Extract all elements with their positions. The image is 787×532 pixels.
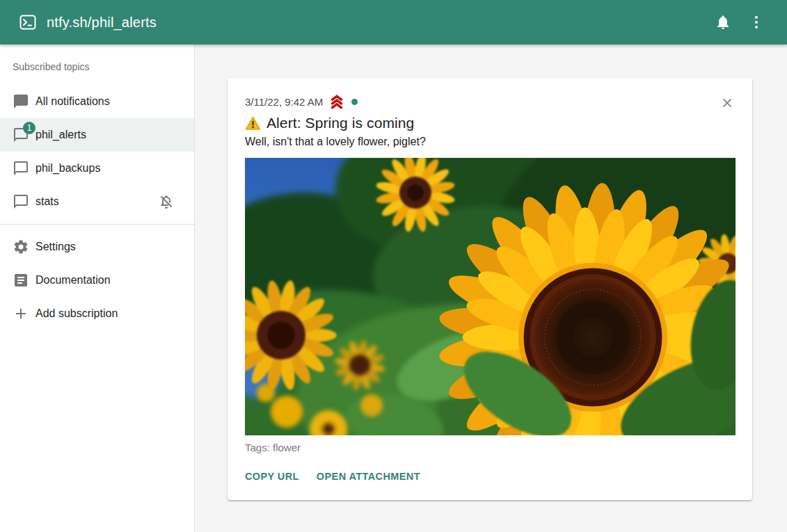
- notifications-button[interactable]: [706, 6, 740, 39]
- sidebar-item-label: stats: [35, 195, 158, 208]
- timestamp: 3/11/22, 9:42 AM: [245, 96, 323, 108]
- notification-actions: COPY URL OPEN ATTACHMENT: [245, 471, 735, 482]
- subscribed-topics-label: Subscribed topics: [0, 45, 194, 85]
- open-attachment-button[interactable]: OPEN ATTACHMENT: [317, 471, 420, 482]
- notification-title-text: Alert: Spring is coming: [267, 115, 414, 131]
- gear-icon: [13, 239, 29, 255]
- sidebar-item-phil-backups[interactable]: phil_backups: [0, 152, 194, 185]
- warning-triangle-icon: [245, 116, 261, 131]
- attachment-image[interactable]: [245, 158, 736, 435]
- kebab-menu-icon: [748, 14, 765, 31]
- terminal-icon: [19, 15, 36, 30]
- sidebar-item-label: Add subscription: [35, 307, 183, 320]
- chat-bubble-outline-icon: [13, 193, 29, 210]
- priority-max-icon: [328, 95, 345, 109]
- notification-meta: 3/11/22, 9:42 AM: [245, 95, 735, 109]
- notifications-off-icon: [158, 193, 175, 210]
- article-icon: [13, 272, 29, 289]
- plus-icon: [13, 305, 29, 322]
- sidebar: Subscribed topics All notifications 1 ph…: [0, 45, 195, 532]
- chat-bubble-filled-icon: [13, 93, 29, 110]
- unread-count-badge: 1: [23, 122, 35, 134]
- overflow-menu-button[interactable]: [740, 6, 773, 39]
- sidebar-item-label: Documentation: [35, 274, 183, 287]
- sidebar-item-documentation[interactable]: Documentation: [0, 264, 194, 297]
- close-notification-button[interactable]: [717, 93, 737, 113]
- close-icon: [720, 95, 735, 111]
- notification-title: Alert: Spring is coming: [245, 115, 735, 131]
- app-bar: ntfy.sh/phil_alerts: [0, 0, 787, 45]
- sidebar-item-label: Settings: [35, 241, 183, 253]
- sidebar-item-all-notifications[interactable]: All notifications: [0, 85, 194, 118]
- notification-body: Well, isn't that a lovely flower, piglet…: [245, 136, 735, 148]
- sidebar-item-label: phil_backups: [35, 162, 183, 175]
- bell-icon: [715, 14, 731, 31]
- sidebar-item-settings[interactable]: Settings: [0, 230, 194, 264]
- chat-bubble-outline-icon: [13, 160, 29, 177]
- notification-card: 3/11/22, 9:42 AM Alert: Spring is coming…: [228, 78, 752, 500]
- sidebar-item-add-subscription[interactable]: Add subscription: [0, 297, 194, 330]
- main-content: 3/11/22, 9:42 AM Alert: Spring is coming…: [196, 45, 787, 532]
- sidebar-item-phil-alerts[interactable]: 1 phil_alerts: [0, 118, 194, 152]
- copy-url-button[interactable]: COPY URL: [245, 471, 299, 482]
- unread-dot: [351, 99, 358, 105]
- tags-label: Tags: flower: [245, 442, 735, 453]
- page-title: ntfy.sh/phil_alerts: [47, 15, 157, 31]
- sidebar-item-stats[interactable]: stats: [0, 185, 194, 218]
- sidebar-item-label: phil_alerts: [35, 129, 183, 141]
- sidebar-item-label: All notifications: [35, 95, 183, 108]
